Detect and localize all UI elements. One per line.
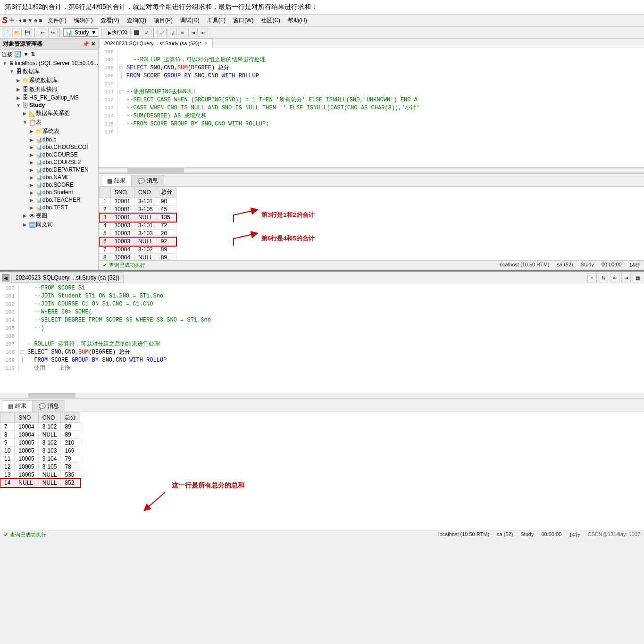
arrow-row6-svg bbox=[231, 229, 259, 248]
second-results-tab-messages[interactable]: 💬 消息 bbox=[33, 400, 65, 412]
tree-item-hs-fk[interactable]: ▶ 🗄 HS_FK_Gallup_MS bbox=[0, 94, 98, 101]
include-actual-button[interactable]: 📊 bbox=[167, 28, 177, 37]
code-line-100: 100 --FROM SCORE S1 bbox=[0, 284, 644, 292]
tree-item-databases[interactable]: ▼ 🗄 数据库 bbox=[0, 67, 98, 76]
menu-item-project[interactable]: 项目(P) bbox=[152, 16, 175, 25]
code-line-109: 109 | FROM SCORE GROUP BY SNO,CNO WITH R… bbox=[99, 72, 644, 80]
table-icon: 📊 bbox=[35, 151, 42, 158]
table-row: 7100043-10289 bbox=[0, 423, 80, 431]
oe-sync-icon[interactable]: ⇅ bbox=[31, 51, 35, 58]
results-content[interactable]: SNO CNO 总分 1 10001 3-101 90 bbox=[99, 187, 644, 260]
tree-item-dbo-test[interactable]: ▶ 📊 dbo.TEST bbox=[0, 204, 98, 211]
second-btn5[interactable]: ▦ bbox=[633, 273, 642, 282]
table-departmen-label: dbo.DEPARTMEN bbox=[42, 166, 98, 173]
annotation-row6: 第6行是4和5的合计 bbox=[231, 229, 317, 248]
second-btn2[interactable]: ⇅ bbox=[599, 273, 608, 282]
menu-item-edit[interactable]: 编辑(E) bbox=[72, 16, 95, 25]
results-tab-data[interactable]: ▦ 结果 bbox=[101, 175, 132, 186]
execute-button[interactable]: ▶ 执行(X) bbox=[105, 28, 131, 37]
tree-item-dbo-score[interactable]: ▶ 📊 dbo.SCORE bbox=[0, 181, 98, 189]
menu-bar: S 中 · ♦ ■ ▼ ♣ ■ 文件(F) 编辑(E) 查看(V) 查询(Q) … bbox=[0, 15, 644, 27]
horizontal-scrollbar[interactable] bbox=[99, 167, 644, 173]
main-layout: 对象资源管理器 📌 ✕ 连接 🔄 ▼ ⇅ ▼ 🖥 localhost (SQL … bbox=[0, 39, 644, 270]
save-button[interactable]: 💾 bbox=[23, 28, 32, 37]
oe-pin-icon[interactable]: 📌 bbox=[83, 41, 89, 47]
tree-item-system-tables[interactable]: ▶ 📁 系统表 bbox=[0, 127, 98, 136]
line-number: 116 bbox=[99, 128, 118, 136]
query-tab-active[interactable]: 20240623-SQLQuery-...st.Study (sa (52))*… bbox=[99, 39, 213, 48]
stop-button[interactable]: ⬛ bbox=[132, 28, 141, 37]
db-selector[interactable]: 📊 Study ▼ bbox=[63, 28, 99, 37]
tree-item-dbo-departmen[interactable]: ▶ 📊 dbo.DEPARTMEN bbox=[0, 166, 98, 173]
second-btn3[interactable]: ⇤ bbox=[610, 273, 619, 282]
menu-item-tools[interactable]: 工具(T) bbox=[205, 16, 227, 25]
table-icon2: ▦ bbox=[107, 178, 112, 184]
results-button[interactable]: ≡ bbox=[178, 28, 187, 37]
second-code-editor[interactable]: 100 --FROM SCORE S1 101 --JOIN Student S… bbox=[0, 284, 644, 393]
menu-item-file[interactable]: 文件(F) bbox=[46, 16, 68, 25]
row-total: 72 bbox=[157, 222, 176, 230]
indent-button[interactable]: ⇥ bbox=[188, 28, 198, 37]
tree-item-dbo-name[interactable]: ▶ 📊 dbo.NAME bbox=[0, 173, 98, 181]
code-line-109b: 109 | FROM SCORE GROUP BY SNO,CNO WITH R… bbox=[0, 356, 644, 364]
tree-item-views[interactable]: ▶ 👁 视图 bbox=[0, 211, 98, 220]
line-content: --FROM SCORE GROUP BY SNO,CNO WITH ROLLU… bbox=[125, 120, 644, 128]
second-tab-label[interactable]: 20240623-SQLQuery-...st.Study (sa (52)) bbox=[11, 272, 124, 283]
menu-item-debug[interactable]: 调试(D) bbox=[178, 16, 201, 25]
table-course2-label: dbo.COURSE2 bbox=[42, 159, 98, 165]
second-btn4[interactable]: ⇥ bbox=[621, 273, 631, 282]
menu-item-community[interactable]: 社区(C) bbox=[259, 16, 282, 25]
logo-text: 中 · ♦ ■ ▼ ♣ ■ bbox=[9, 17, 42, 24]
second-horizontal-scrollbar[interactable] bbox=[0, 393, 644, 398]
tree-item-server[interactable]: ▼ 🖥 localhost (SQL Server 10.50.16... bbox=[0, 59, 98, 67]
tree-item-dbo-choosecoi[interactable]: ▶ 📊 dbo.CHOOSECOI bbox=[0, 143, 98, 151]
tree-item-dbo-course[interactable]: ▶ 📊 dbo.COURSE bbox=[0, 151, 98, 158]
oe-content: ▼ 🖥 localhost (SQL Server 10.50.16... ▼ … bbox=[0, 59, 98, 270]
new-query-button[interactable]: 📄 bbox=[2, 28, 11, 37]
expand-btn[interactable]: □ bbox=[118, 88, 125, 96]
code-line-111: 111 □ --使用GROUPING去掉NULL bbox=[99, 88, 644, 96]
oe-connect-button[interactable]: 连接 bbox=[2, 51, 12, 58]
tree-item-study[interactable]: ▼ 🗄 Study bbox=[0, 101, 98, 109]
tree-item-dbo-student[interactable]: ▶ 📊 dbo.Student bbox=[0, 189, 98, 196]
outdent-button[interactable]: ⇤ bbox=[199, 28, 208, 37]
tab-close-icon[interactable]: × bbox=[205, 41, 208, 46]
table-row: 2 10001 3-105 45 bbox=[100, 206, 176, 214]
redo-button[interactable]: ↪ bbox=[48, 28, 58, 37]
tree-item-dbo-course2[interactable]: ▶ 📊 dbo.COURSE2 bbox=[0, 158, 98, 166]
system-tables-label: 系统表 bbox=[42, 127, 98, 135]
results-panel: ▦ 结果 💬 消息 SNO CNO 总分 bbox=[99, 173, 644, 260]
expand-btn: | bbox=[118, 72, 125, 80]
tree-item-db-diagram[interactable]: ▶ 📐 数据库关系图 bbox=[0, 109, 98, 118]
expand-btn[interactable]: □ bbox=[118, 64, 125, 72]
results-tab-messages[interactable]: 💬 消息 bbox=[132, 175, 164, 186]
undo-button[interactable]: ↩ bbox=[38, 28, 47, 37]
open-button[interactable]: 📂 bbox=[12, 28, 22, 37]
db-icon: 📊 bbox=[66, 29, 73, 36]
oe-close-icon[interactable]: ✕ bbox=[91, 41, 95, 47]
menu-item-window[interactable]: 窗口(W) bbox=[231, 16, 255, 25]
expand-icon: ▶ bbox=[15, 87, 22, 92]
code-editor[interactable]: 106 107 --ROLLUP 运算符，可以对分组之后的结果进行处理 108 … bbox=[99, 48, 644, 167]
parse-button[interactable]: ✓ bbox=[142, 28, 151, 37]
second-results-tab-data[interactable]: ▦ 结果 bbox=[2, 400, 33, 412]
tree-item-db-backup[interactable]: ▶ 🗄 数据库快服 bbox=[0, 85, 98, 94]
menu-item-view[interactable]: 查看(V) bbox=[99, 16, 121, 25]
logo-icon: S bbox=[2, 16, 8, 25]
oe-filter-icon[interactable]: ▼ bbox=[23, 51, 29, 58]
tree-item-dbo-c[interactable]: ▶ 📊 dbo.c bbox=[0, 136, 98, 143]
oe-refresh-icon[interactable]: 🔄 bbox=[14, 51, 21, 58]
status-right: localhost (10.50 RTM) sa (52) Study 00:0… bbox=[499, 262, 640, 269]
second-results-content[interactable]: SNO CNO 总分 7100043-10289 810004NULL89 91… bbox=[0, 412, 644, 530]
display-estimated-button[interactable]: 📈 bbox=[157, 28, 167, 37]
tree-item-system-dbs[interactable]: ▶ 📁 系统数据库 bbox=[0, 76, 98, 85]
status-db: Study bbox=[581, 262, 594, 269]
menu-item-help[interactable]: 帮助(H) bbox=[286, 16, 309, 25]
menu-item-query[interactable]: 查询(Q) bbox=[125, 16, 148, 25]
scroll-left-btn[interactable]: ◀ bbox=[2, 274, 9, 281]
tree-item-dbo-teacher[interactable]: ▶ 📊 dbo.TEACHER bbox=[0, 196, 98, 204]
tree-item-tables[interactable]: ▼ 📋 表 bbox=[0, 118, 98, 127]
expand-btn[interactable]: □ bbox=[19, 348, 25, 356]
tree-item-synonyms[interactable]: ▶ 🔤 同义词 bbox=[0, 220, 98, 229]
second-btn1[interactable]: ≡ bbox=[587, 273, 597, 282]
